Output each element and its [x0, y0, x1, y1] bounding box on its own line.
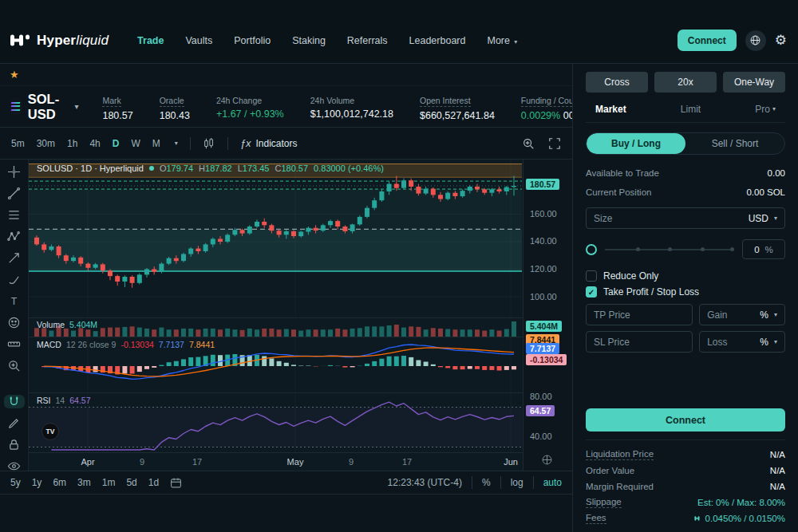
range-5y[interactable]: 5y [10, 477, 21, 488]
time-axis[interactable]: Apr 9 17 May 9 17 Jun [29, 452, 523, 471]
magnet-icon[interactable] [4, 395, 25, 408]
checkbox-unchecked[interactable] [586, 270, 597, 282]
brand[interactable]: Hyperliquid [10, 33, 109, 49]
zoom-in-icon[interactable] [522, 137, 535, 150]
nav-item-more[interactable]: More ▾ [487, 35, 517, 46]
loss-field[interactable]: %▾ [699, 331, 785, 353]
main-menu: Trade Vaults Portfolio Staking Referrals… [137, 35, 517, 46]
log-scale-toggle[interactable]: log [511, 477, 523, 488]
timeframe-1w[interactable]: W [131, 138, 140, 149]
order-info: Liquidation Price N/A Order Value N/A Ma… [586, 439, 785, 526]
draw-pencil-icon[interactable] [6, 416, 23, 430]
rsi-pane[interactable]: RSI 14 64.57 [29, 392, 523, 452]
indicators-button[interactable]: ƒx Indicators [240, 137, 298, 149]
timeframe-1m[interactable]: M [152, 138, 160, 149]
settings-gear-icon[interactable]: ⚙ [775, 32, 787, 49]
language-globe-icon[interactable] [745, 30, 766, 51]
volume-pane[interactable]: Volume 5.404M [29, 317, 523, 337]
timeframe-1d[interactable]: D [113, 138, 120, 149]
side-toggle: Buy / Long Sell / Short [586, 132, 785, 155]
trend-line-icon[interactable] [6, 187, 23, 200]
slider-percent-box[interactable]: 0% [742, 239, 785, 259]
favorites-star-icon[interactable]: ★ [10, 69, 19, 81]
chart-panes[interactable]: SOLUSD · 1D · Hyperliquid O179.74 H187.8… [29, 160, 523, 471]
magnifier-icon[interactable] [6, 359, 23, 372]
gain-field[interactable]: %▾ [699, 304, 785, 325]
time-label: 9 [349, 457, 354, 467]
nav-item-leaderboard[interactable]: Leaderboard [409, 35, 466, 46]
size-unit-selector[interactable]: USD▾ [749, 213, 777, 224]
axis-settings-icon[interactable] [541, 454, 553, 466]
tab-market[interactable]: Market [595, 104, 626, 115]
tradingview-logo[interactable]: TV [41, 423, 59, 440]
price-axis[interactable]: 180.57 160.00 140.00 120.00 100.00 5.404… [523, 160, 572, 471]
range-3m[interactable]: 3m [77, 477, 91, 488]
order-value-row: Order Value N/A [586, 463, 785, 479]
projection-icon[interactable] [6, 251, 23, 265]
xabcd-pattern-icon[interactable] [6, 230, 23, 243]
auto-scale-toggle[interactable]: auto [543, 477, 562, 488]
hide-drawings-eye-icon[interactable] [6, 459, 23, 473]
tab-pro[interactable]: Pro ▾ [755, 104, 776, 115]
range-1d[interactable]: 1d [148, 477, 159, 488]
sl-price-field[interactable] [586, 331, 693, 353]
tab-limit[interactable]: Limit [681, 104, 701, 115]
loss-input[interactable] [707, 337, 760, 348]
position-mode-button[interactable]: One-Way [723, 72, 785, 93]
range-1y[interactable]: 1y [32, 477, 42, 488]
gain-unit-selector[interactable]: %▾ [760, 309, 777, 321]
text-tool-icon[interactable]: T [6, 294, 23, 308]
emoji-icon[interactable] [6, 316, 23, 329]
size-field[interactable]: USD▾ [586, 207, 785, 229]
slider-track[interactable] [605, 249, 734, 250]
candle-style-icon[interactable] [203, 137, 215, 150]
order-type-tabs: Market Limit Pro ▾ [586, 96, 785, 123]
chart-column: ★ SOL-USD ▾ Mark 180.57 Oracle 180.43 [0, 64, 572, 532]
range-5d[interactable]: 5d [126, 477, 136, 488]
timeframe-1h[interactable]: 1h [67, 138, 77, 149]
candlestick-chart[interactable] [29, 160, 523, 321]
percent-scale-toggle[interactable]: % [482, 477, 491, 488]
nav-item-vaults[interactable]: Vaults [185, 35, 212, 46]
loss-unit-selector[interactable]: %▾ [760, 337, 777, 348]
tp-price-field[interactable] [586, 304, 693, 325]
range-6m[interactable]: 6m [53, 477, 66, 488]
sl-price-input[interactable] [594, 337, 685, 348]
timeframe-30m[interactable]: 30m [37, 138, 55, 149]
chart-legend: SOLUSD · 1D · Hyperliquid O179.74 H187.8… [37, 164, 384, 173]
nav-item-portfolio[interactable]: Portfolio [234, 35, 271, 46]
nav-item-trade[interactable]: Trade [137, 35, 164, 46]
sol-token-icon [10, 97, 22, 116]
sell-short-button[interactable]: Sell / Short [685, 133, 784, 154]
connect-button[interactable]: Connect [586, 408, 785, 432]
connect-wallet-button[interactable]: Connect [678, 30, 737, 51]
margin-mode-button[interactable]: Cross [586, 72, 648, 93]
market-selector[interactable]: SOL-USD ▾ [10, 92, 78, 122]
nav-item-referrals[interactable]: Referrals [347, 35, 388, 46]
size-input[interactable] [594, 213, 749, 224]
timeframe-dropdown-icon[interactable]: ▾ [175, 140, 178, 147]
range-1m[interactable]: 1m [102, 477, 116, 488]
lock-icon[interactable] [6, 438, 23, 451]
nav-item-staking[interactable]: Staking [292, 35, 326, 46]
timeframe-4h[interactable]: 4h [89, 138, 100, 149]
macd-pane[interactable]: MACD 12 26 close 9 -0.13034 7.7137 7.844… [29, 337, 523, 392]
reduce-only-checkbox[interactable]: Reduce Only [586, 270, 785, 282]
checkbox-checked[interactable]: ✓ [586, 286, 597, 298]
tp-price-input[interactable] [594, 309, 685, 321]
timeframe-5m[interactable]: 5m [11, 138, 25, 149]
measure-icon[interactable] [6, 337, 23, 351]
buy-long-button[interactable]: Buy / Long [587, 133, 685, 154]
brush-icon[interactable] [6, 273, 23, 286]
slider-knob[interactable] [586, 244, 597, 255]
gain-input[interactable] [707, 309, 760, 321]
clock-display[interactable]: 12:23:43 (UTC-4) [388, 477, 462, 488]
drawing-toolbar: T [0, 160, 29, 471]
leverage-button[interactable]: 20x [654, 72, 717, 93]
tpsl-checkbox[interactable]: ✓ Take Profit / Stop Loss [586, 286, 785, 298]
go-to-date-calendar-icon[interactable] [170, 477, 182, 489]
fullscreen-icon[interactable] [548, 137, 561, 150]
price-pane[interactable]: SOLUSD · 1D · Hyperliquid O179.74 H187.8… [29, 160, 523, 317]
fib-retracement-icon[interactable] [6, 208, 23, 222]
crosshair-icon[interactable] [6, 165, 23, 179]
